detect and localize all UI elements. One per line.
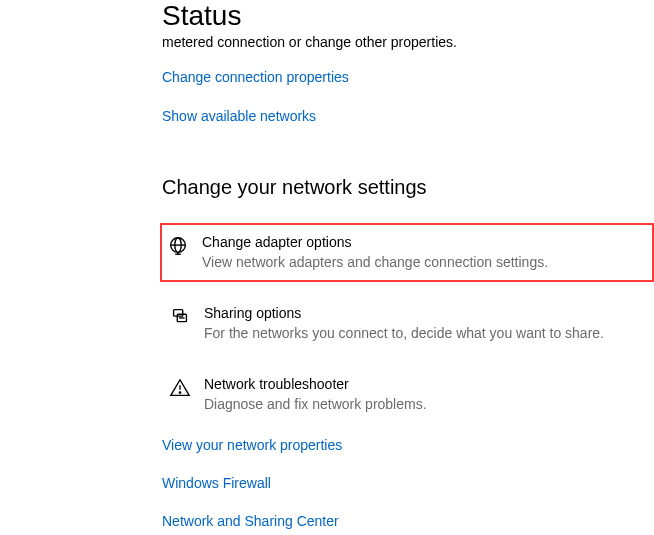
option-title: Sharing options (204, 304, 646, 324)
svg-rect-5 (174, 310, 183, 316)
globe-icon (164, 233, 192, 257)
windows-firewall-link[interactable]: Windows Firewall (162, 475, 654, 491)
printer-share-icon (166, 304, 194, 328)
section-heading: Change your network settings (162, 176, 654, 199)
option-desc: Diagnose and fix network problems. (204, 395, 646, 415)
sharing-options-row[interactable]: Sharing options For the networks you con… (162, 294, 654, 353)
show-available-networks-link[interactable]: Show available networks (162, 108, 316, 124)
svg-point-9 (179, 392, 180, 393)
option-desc: For the networks you connect to, decide … (204, 324, 646, 344)
option-title: Change adapter options (202, 233, 646, 253)
option-desc: View network adapters and change connect… (202, 253, 646, 273)
page-title: Status (162, 0, 654, 32)
header-subtitle: metered connection or change other prope… (162, 34, 654, 50)
option-title: Network troubleshooter (204, 375, 646, 395)
change-adapter-options-row[interactable]: Change adapter options View network adap… (160, 223, 654, 282)
change-connection-properties-link[interactable]: Change connection properties (162, 69, 349, 85)
network-troubleshooter-row[interactable]: Network troubleshooter Diagnose and fix … (162, 365, 654, 424)
warning-triangle-icon (166, 375, 194, 399)
view-network-properties-link[interactable]: View your network properties (162, 437, 654, 453)
network-sharing-center-link[interactable]: Network and Sharing Center (162, 513, 654, 529)
